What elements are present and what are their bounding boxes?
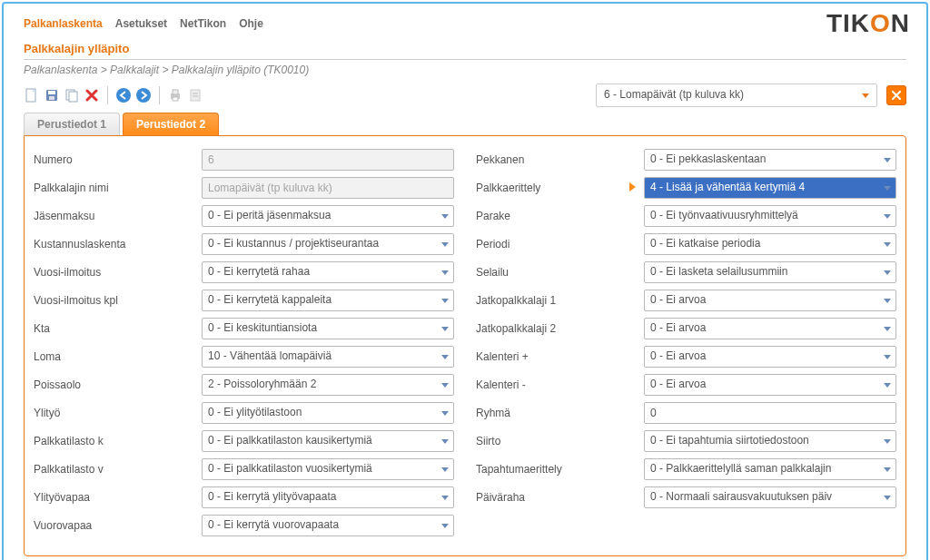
nav-nettikon[interactable]: NetTikon bbox=[180, 17, 226, 30]
select-vuosikpl[interactable]: 0 - Ei kerrytetä kappaleita bbox=[202, 290, 454, 311]
label-vuosikpl: Vuosi-ilmoitus kpl bbox=[34, 294, 202, 307]
select-tapahtuma[interactable]: 0 - Palkkaerittelyllä saman palkkalajin bbox=[644, 458, 896, 480]
label-kalplus: Kalenteri + bbox=[476, 350, 644, 363]
nav-palkanlaskenta[interactable]: Palkanlaskenta bbox=[24, 17, 103, 30]
new-icon[interactable] bbox=[24, 87, 40, 103]
select-periodi[interactable]: 0 - Ei katkaise periodia bbox=[644, 233, 896, 255]
input-numero bbox=[202, 149, 454, 171]
copy-icon[interactable] bbox=[64, 87, 80, 103]
svg-rect-2 bbox=[48, 91, 55, 94]
form-panel: Numero Palkkalajin nimi Jäsenmaksu0 - Ei… bbox=[24, 135, 906, 556]
toolbar-separator bbox=[107, 86, 108, 104]
back-icon[interactable] bbox=[115, 87, 132, 103]
select-pekkanen[interactable]: 0 - Ei pekkaslaskentaan bbox=[644, 149, 896, 171]
toolbar-separator bbox=[159, 86, 160, 104]
select-kta[interactable]: 0 - Ei keskituntiansiota bbox=[202, 318, 454, 339]
label-periodi: Periodi bbox=[476, 238, 644, 251]
indicator-arrow-icon bbox=[629, 182, 636, 192]
label-vuosi: Vuosi-ilmoitus bbox=[34, 266, 202, 279]
svg-rect-10 bbox=[173, 97, 178, 101]
label-jatko2: Jatkopalkkalaji 2 bbox=[476, 322, 644, 335]
select-selailu[interactable]: 0 - Ei lasketa selailusummiin bbox=[644, 261, 896, 283]
label-pekkanen: Pekkanen bbox=[476, 153, 644, 166]
save-icon[interactable] bbox=[44, 87, 60, 103]
label-numero: Numero bbox=[34, 153, 202, 166]
select-vuorovapaa[interactable]: 0 - Ei kerrytä vuorovapaata bbox=[202, 515, 454, 536]
label-poissaolo: Poissaolo bbox=[34, 378, 202, 391]
toolbar bbox=[24, 86, 203, 104]
input-ryhma[interactable] bbox=[644, 402, 896, 424]
label-jatko1: Jatkopalkkalaji 1 bbox=[476, 294, 644, 307]
label-ylityo: Ylityö bbox=[34, 407, 202, 419]
print-icon[interactable] bbox=[167, 87, 183, 103]
label-palkkaerittely: Palkkaerittely bbox=[476, 182, 644, 194]
select-ylityovapaa[interactable]: 0 - Ei kerrytä ylityövapaata bbox=[202, 486, 454, 508]
nav-ohje[interactable]: Ohje bbox=[239, 17, 263, 30]
select-poissaolo[interactable]: 2 - Poissoloryhmään 2 bbox=[202, 374, 454, 396]
label-loma: Loma bbox=[34, 350, 202, 363]
logo: TIKON bbox=[826, 9, 915, 38]
label-kustannus: Kustannuslaskenta bbox=[34, 238, 202, 251]
svg-point-6 bbox=[116, 88, 131, 103]
select-siirto[interactable]: 0 - Ei tapahtumia siirtotiedostoon bbox=[644, 430, 896, 452]
export-icon[interactable] bbox=[187, 87, 203, 103]
select-kalminus[interactable]: 0 - Ei arvoa bbox=[644, 374, 896, 396]
forward-icon[interactable] bbox=[135, 87, 152, 103]
select-ptv[interactable]: 0 - Ei palkkatilaston vuosikertymiä bbox=[202, 458, 454, 480]
tab-perustiedot-1[interactable]: Perustiedot 1 bbox=[24, 113, 120, 135]
input-nimi bbox=[202, 177, 454, 199]
select-palkkaerittely[interactable]: 4 - Lisää ja vähentää kertymiä 4 bbox=[644, 177, 896, 199]
select-kalplus[interactable]: 0 - Ei arvoa bbox=[644, 346, 896, 368]
svg-rect-11 bbox=[191, 90, 200, 101]
select-ylityo[interactable]: 0 - Ei ylityötilastoon bbox=[202, 402, 454, 424]
label-siirto: Siirto bbox=[476, 435, 644, 447]
select-parake[interactable]: 0 - Ei työnvaativuusryhmittelyä bbox=[644, 205, 896, 227]
select-vuosi[interactable]: 0 - Ei kerrytetä rahaa bbox=[202, 261, 454, 283]
svg-rect-5 bbox=[69, 92, 77, 102]
select-loma[interactable]: 10 - Vähentää lomapäiviä bbox=[202, 346, 454, 368]
record-selector[interactable]: 6 - Lomapäivät (tp kuluva kk) bbox=[596, 84, 877, 107]
label-selailu: Selailu bbox=[476, 266, 644, 279]
label-tapahtuma: Tapahtumaerittely bbox=[476, 463, 644, 476]
select-paivaraha[interactable]: 0 - Normaali sairausvakuutuksen päiv bbox=[644, 486, 896, 508]
label-jasenmaksu: Jäsenmaksu bbox=[34, 210, 202, 222]
delete-icon[interactable] bbox=[84, 87, 100, 103]
select-jatko2[interactable]: 0 - Ei arvoa bbox=[644, 318, 896, 339]
main-nav: Palkanlaskenta Asetukset NetTikon Ohje bbox=[24, 17, 263, 30]
label-ptv: Palkkatilasto v bbox=[34, 463, 202, 476]
select-jatko1[interactable]: 0 - Ei arvoa bbox=[644, 290, 896, 311]
label-paivaraha: Päiväraha bbox=[476, 491, 644, 504]
svg-rect-9 bbox=[173, 90, 178, 94]
breadcrumb: Palkanlaskenta > Palkkalajit > Palkkalaj… bbox=[4, 60, 926, 82]
label-parake: Parake bbox=[476, 210, 644, 222]
label-kalminus: Kalenteri - bbox=[476, 378, 644, 391]
label-vuorovapaa: Vuorovapaa bbox=[34, 519, 202, 532]
label-kta: Kta bbox=[34, 322, 202, 335]
label-ylityovapaa: Ylityövapaa bbox=[34, 491, 202, 504]
svg-point-7 bbox=[136, 88, 151, 103]
label-ptk: Palkkatilasto k bbox=[34, 435, 202, 447]
page-title: Palkkalajin ylläpito bbox=[4, 40, 926, 57]
svg-rect-3 bbox=[49, 96, 54, 100]
label-nimi: Palkkalajin nimi bbox=[34, 182, 202, 194]
select-ptk[interactable]: 0 - Ei palkkatilaston kausikertymiä bbox=[202, 430, 454, 452]
select-jasenmaksu[interactable]: 0 - Ei peritä jäsenmaksua bbox=[202, 205, 454, 227]
nav-asetukset[interactable]: Asetukset bbox=[115, 17, 167, 30]
label-ryhma: Ryhmä bbox=[476, 407, 644, 419]
close-button[interactable] bbox=[886, 85, 906, 105]
select-kustannus[interactable]: 0 - Ei kustannus / projektiseurantaa bbox=[202, 233, 454, 255]
tab-perustiedot-2[interactable]: Perustiedot 2 bbox=[123, 113, 219, 135]
